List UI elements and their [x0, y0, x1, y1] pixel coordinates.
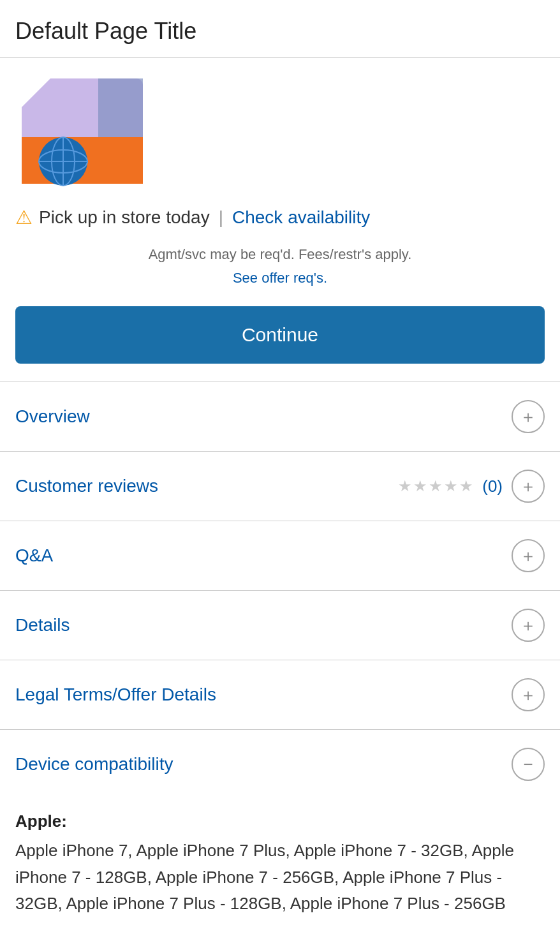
plus-icon-qa: ＋: [520, 547, 536, 564]
accordion-right-reviews: ★ ★ ★ ★ ★ (0) ＋: [398, 470, 545, 503]
offer-req-link[interactable]: See offer req's.: [15, 267, 545, 288]
star-4: ★: [444, 477, 458, 495]
expand-details-button[interactable]: ＋: [512, 609, 545, 642]
star-5: ★: [459, 477, 473, 495]
svg-rect-9: [98, 78, 143, 137]
plus-icon-reviews: ＋: [520, 478, 536, 494]
minus-icon-device-compat: −: [523, 756, 533, 773]
plus-icon-overview: ＋: [520, 408, 536, 425]
accordion-label-legal: Legal Terms/Offer Details: [15, 685, 216, 705]
pickup-text: Pick up in store today: [39, 207, 210, 228]
device-compatibility-header[interactable]: Device compatibility −: [15, 748, 545, 781]
plus-icon-details: ＋: [520, 617, 536, 634]
star-3: ★: [429, 477, 443, 495]
accordion-item-overview[interactable]: Overview ＋: [0, 382, 560, 451]
accordion-section: Overview ＋ Customer reviews ★ ★ ★ ★ ★ (0…: [0, 382, 560, 729]
accordion-label-reviews: Customer reviews: [15, 476, 158, 496]
disclaimer-section: Agmt/svc may be req'd. Fees/restr's appl…: [0, 234, 560, 293]
accordion-item-details[interactable]: Details ＋: [0, 590, 560, 660]
accordion-item-qa[interactable]: Q&A ＋: [0, 521, 560, 590]
device-compatibility-section: Device compatibility −: [0, 729, 560, 812]
accordion-item-legal[interactable]: Legal Terms/Offer Details ＋: [0, 660, 560, 729]
accordion-label-overview: Overview: [15, 406, 90, 427]
accordion-item-reviews[interactable]: Customer reviews ★ ★ ★ ★ ★ (0) ＋: [0, 451, 560, 521]
star-2: ★: [413, 477, 427, 495]
expand-legal-button[interactable]: ＋: [512, 678, 545, 711]
page-title: Default Page Title: [0, 0, 560, 57]
apple-devices-list: Apple iPhone 7, Apple iPhone 7 Plus, App…: [15, 838, 545, 917]
review-count: (0): [482, 477, 503, 496]
product-image: [15, 73, 156, 188]
apple-devices-section: Apple: Apple iPhone 7, Apple iPhone 7 Pl…: [0, 812, 560, 930]
pipe-separator: |: [219, 207, 223, 228]
plus-icon-legal: ＋: [520, 686, 536, 703]
device-compatibility-label[interactable]: Device compatibility: [15, 754, 173, 775]
accordion-right-legal: ＋: [512, 678, 545, 711]
collapse-device-compat-button[interactable]: −: [512, 748, 545, 781]
expand-overview-button[interactable]: ＋: [512, 400, 545, 433]
accordion-label-details: Details: [15, 615, 70, 635]
expand-qa-button[interactable]: ＋: [512, 539, 545, 572]
stars-container: ★ ★ ★ ★ ★: [398, 477, 473, 495]
accordion-label-qa: Q&A: [15, 545, 53, 566]
accordion-right-qa: ＋: [512, 539, 545, 572]
pickup-row: ⚠ Pick up in store today | Check availab…: [0, 198, 560, 234]
accordion-right-overview: ＋: [512, 400, 545, 433]
check-availability-link[interactable]: Check availability: [232, 207, 370, 228]
warning-icon: ⚠: [15, 206, 33, 228]
disclaimer-text: Agmt/svc may be req'd. Fees/restr's appl…: [149, 246, 412, 262]
apple-brand-label: Apple:: [15, 812, 545, 831]
product-image-section: [0, 58, 560, 198]
continue-button[interactable]: Continue: [15, 306, 545, 364]
star-1: ★: [398, 477, 412, 495]
expand-reviews-button[interactable]: ＋: [512, 470, 545, 503]
accordion-right-details: ＋: [512, 609, 545, 642]
